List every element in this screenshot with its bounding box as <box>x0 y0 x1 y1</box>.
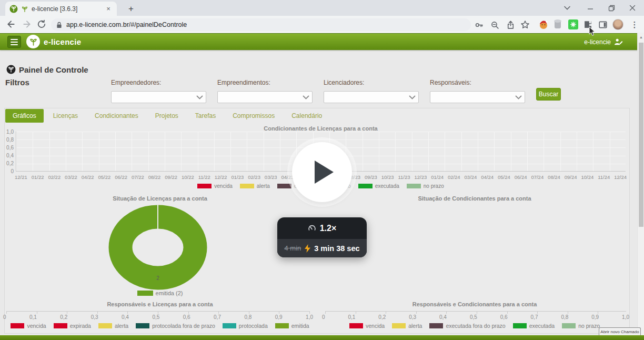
legend-swatch <box>54 323 67 328</box>
dashboard-tab[interactable]: Calendário <box>284 109 329 123</box>
x-axis-label: 06/22 <box>115 174 127 180</box>
x-axis-label: 06/24 <box>515 174 527 180</box>
filter-group: Responsáveis: <box>430 79 525 103</box>
elicencie-logo <box>26 35 40 48</box>
y-axis-label: 1,0 <box>6 129 14 135</box>
speedometer-icon <box>308 224 316 233</box>
x-tick-label: 0 <box>322 314 325 320</box>
filter-select[interactable] <box>217 91 313 103</box>
x-axis-label: 02/22 <box>48 174 61 180</box>
filter-select[interactable] <box>111 91 206 103</box>
x-tick-label: 0,6 <box>183 314 190 320</box>
resp-condicionantes-title: Responsáveis e Condicionantes para a con… <box>320 301 629 307</box>
x-axis-label: 11/24 <box>598 174 610 180</box>
x-tick-label: 0,2 <box>60 314 67 320</box>
legend-item: no prazo <box>562 323 600 329</box>
address-bar[interactable]: app.e-licencie.com.br/#/painelDeControle <box>51 18 471 31</box>
account-menu[interactable]: e-licencie <box>584 38 623 46</box>
cylinder-extension-icon[interactable] <box>554 19 561 29</box>
x-axis-label: 04/24 <box>481 174 494 180</box>
tab-search-icon[interactable] <box>556 0 579 16</box>
x-axis-label: 11/22 <box>198 174 210 180</box>
dashboard-tab[interactable]: Licenças <box>46 109 85 123</box>
dashboard-tab[interactable]: Projetos <box>148 109 186 123</box>
new-tab-button[interactable]: + <box>125 3 137 15</box>
playback-speed-overlay[interactable]: 1.2× 4 min 3 min 38 sec <box>277 217 367 257</box>
scroll-up-arrow[interactable]: ▲ <box>639 35 643 39</box>
legend-item: protocolada <box>223 323 268 329</box>
dashboard-tab[interactable]: Tarefas <box>188 109 223 123</box>
legend-label: executada <box>529 323 555 329</box>
back-button[interactable] <box>6 19 17 30</box>
legend-label: emitida (2) <box>156 290 183 296</box>
legend-item: vencida <box>197 183 232 189</box>
footer-bar <box>0 335 644 340</box>
scrollbar-thumb[interactable] <box>639 43 643 227</box>
side-panel-icon[interactable] <box>598 19 608 30</box>
filter-label: Empreendimentos: <box>217 79 313 86</box>
legend-swatch <box>197 184 212 188</box>
legend-label: vencida <box>366 323 385 329</box>
legend-item: alerta <box>98 323 128 329</box>
legend-swatch <box>275 323 289 328</box>
legend-item: executada <box>358 183 399 189</box>
x-axis-label: 08/24 <box>548 174 560 180</box>
x-tick-label: 0,2 <box>378 314 386 320</box>
vertical-scrollbar[interactable]: ▲ <box>637 33 644 340</box>
green-grid-extension-icon[interactable] <box>568 19 578 29</box>
y-axis-label: 0,6 <box>6 145 14 151</box>
legend-swatch <box>240 184 254 188</box>
x-tick-label: 0,4 <box>122 314 129 320</box>
browser-window: e-licencie [3.6.3] × + app.e-licencie.co… <box>0 0 644 340</box>
profile-avatar[interactable] <box>612 19 623 30</box>
forward-button[interactable] <box>22 19 33 30</box>
dashboard-tab[interactable]: Gráficos <box>5 109 44 123</box>
restore-button[interactable] <box>600 0 623 16</box>
open-ticket-button[interactable]: Abrir novo Chamado <box>599 327 641 336</box>
url-text: app.e-licencie.com.br/#/painelDeControle <box>66 21 187 28</box>
santa-extension-icon[interactable] <box>538 19 549 29</box>
legend-label: vencida <box>214 183 232 189</box>
legend-swatch <box>277 184 291 188</box>
x-tick-label: 0,8 <box>561 314 568 320</box>
share-icon[interactable] <box>505 19 516 30</box>
legend-swatch <box>98 323 112 328</box>
lightning-icon <box>304 244 311 253</box>
x-axis-label: 12/22 <box>215 174 227 180</box>
menu-dots-icon[interactable]: ⋮ <box>629 19 640 30</box>
resp-licencas-legend: vencida expirada alerta protocolada fora… <box>4 323 316 329</box>
search-button[interactable]: Buscar <box>536 88 561 101</box>
x-tick-label: 0,1 <box>348 314 356 320</box>
filters-row: Empreendedores: Empreendimentos: Licenci… <box>111 79 525 103</box>
filter-select[interactable] <box>430 91 525 103</box>
video-play-button[interactable] <box>292 142 352 202</box>
x-tick-label: 0,9 <box>591 314 599 320</box>
filter-select[interactable] <box>324 91 419 103</box>
x-axis-label: 09/22 <box>165 174 177 180</box>
key-icon[interactable] <box>474 19 484 30</box>
x-axis-label: 08/22 <box>148 174 161 180</box>
tab-close-icon[interactable]: × <box>104 5 113 13</box>
resp-condicionantes-xticks: 00,10,20,30,40,50,60,70,80,91,0 <box>322 314 629 320</box>
chevron-down-icon <box>196 95 203 99</box>
x-axis-label: 03/23 <box>265 174 277 180</box>
dashboard-tab[interactable]: Condicionantes <box>87 109 146 123</box>
cylinder-top <box>554 19 561 23</box>
dashboard-tab[interactable]: Compromissos <box>225 109 282 123</box>
reduced-duration: 3 min 38 sec <box>314 244 359 253</box>
speed-row: 1.2× <box>277 217 367 239</box>
zoom-out-icon[interactable] <box>489 19 500 30</box>
filter-group: Empreendimentos: <box>217 79 313 103</box>
x-tick-label: 0,4 <box>439 314 447 320</box>
resp-condicionantes-axis <box>325 311 626 314</box>
close-window-button[interactable] <box>621 0 644 16</box>
menu-hamburger-button[interactable] <box>7 36 21 48</box>
minimize-button[interactable] <box>579 0 602 16</box>
reload-button[interactable] <box>37 19 47 30</box>
bookmark-star-icon[interactable] <box>520 19 530 30</box>
legend-item: expirada <box>54 323 91 329</box>
x-axis-label: 02/23 <box>248 174 260 180</box>
legend-swatch <box>137 291 153 296</box>
y-axis-label: 0,2 <box>6 161 14 166</box>
browser-tab[interactable]: e-licencie [3.6.3] × <box>5 2 117 16</box>
